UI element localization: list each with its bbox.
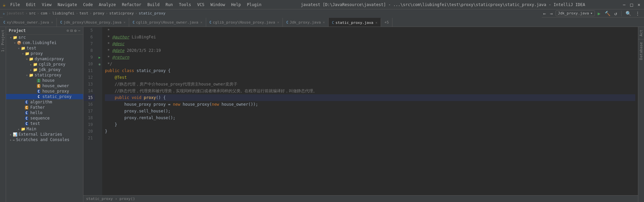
folder-icon: 📁 (33, 62, 38, 67)
code-content[interactable]: * * @author LiuBingFei * @desc * @date 2… (102, 27, 638, 195)
line-num-7: 7 (83, 40, 95, 47)
rerun-button[interactable]: ↺ (613, 10, 618, 17)
gutter-19[interactable] (97, 88, 102, 94)
tree-item-static-proxy[interactable]: C static_proxy (6, 94, 83, 99)
tree-item-proxy[interactable]: ▾ 📁 proxy (6, 51, 83, 56)
close-button[interactable]: × (637, 2, 641, 7)
java-class-icon: C (25, 116, 28, 120)
line-num-10: 10 (83, 61, 95, 67)
sidebar-minimize-button[interactable]: − (78, 28, 80, 33)
sidebar-settings-button[interactable]: ⚙ (74, 28, 77, 33)
tree-item-staticproxy[interactable]: ▾ 📁 staticproxy (6, 72, 83, 78)
breadcrumb-test[interactable]: test (79, 11, 88, 15)
tree-item-dynamicproxy[interactable]: ▾ 📁 dynamicproxy (6, 56, 83, 62)
menu-run[interactable]: Run (163, 2, 176, 8)
menu-refactor[interactable]: Refactor (119, 2, 144, 8)
breadcrumb-com[interactable]: com (41, 11, 47, 15)
tree-item-father[interactable]: C Father (6, 105, 83, 110)
more-button[interactable]: ⋮ (634, 10, 641, 17)
tree-item-main[interactable]: ▸ 📁 Main (6, 126, 83, 132)
sidebar-locate-button[interactable]: ⊙ (67, 28, 69, 33)
menu-window[interactable]: Window (208, 2, 228, 8)
tab-house-owner[interactable]: C xy\House_owner.java × (0, 18, 57, 27)
menu-tools[interactable]: Tools (176, 2, 194, 8)
tree-item-external-libs[interactable]: ▸ 📊 External Libraries (6, 132, 83, 137)
breadcrumb-static-proxy[interactable]: static_proxy (139, 11, 165, 15)
code-editor[interactable]: 5 6 7 8 9 10 11 12 13 14 15 16 17 18 19 … (83, 27, 638, 195)
tree-label: com.liubingfei (23, 40, 56, 45)
tree-arrow-icon: ▸ (9, 133, 13, 136)
menu-help[interactable]: Help (228, 2, 243, 8)
tree-item-test[interactable]: ▾ 📁 test (6, 45, 83, 51)
tab-close-icon[interactable]: × (375, 21, 377, 25)
nav-back-button[interactable]: ← (542, 10, 547, 17)
tab-jdk-proxy-house[interactable]: C jdk_proxy\House_proxy.java × (57, 18, 129, 27)
menu-plugin[interactable]: Plugin (244, 2, 264, 8)
tab-cglib-house-proxy[interactable]: C cglib_proxy\House_proxy.java × (206, 18, 283, 27)
gutter-15[interactable]: ▶ (97, 54, 102, 61)
run-config-dropdown[interactable]: Jdk_proxy.java ▾ (556, 10, 595, 16)
tab-more-label: +5 (384, 20, 389, 25)
tree-item-hello[interactable]: C hello (6, 110, 83, 115)
breadcrumb-src[interactable]: src (29, 11, 36, 15)
tab-close-icon[interactable]: × (277, 21, 279, 24)
tree-item-house-owner[interactable]: C house_owner (6, 83, 83, 89)
menu-file[interactable]: File (7, 2, 23, 8)
tree-item-cglib-proxy[interactable]: ▸ 📁 cglib_proxy (6, 62, 83, 67)
breadcrumb-javatest[interactable]: ☕ (3, 11, 5, 15)
tree-item-algorithm[interactable]: C algorithm (6, 99, 83, 105)
gutter-17[interactable] (97, 74, 102, 81)
menu-analyze[interactable]: Analyze (96, 2, 119, 8)
tree-item-com-liubingfei[interactable]: ▾ 📦 com.liubingfei (6, 40, 83, 45)
maximize-button[interactable]: □ (629, 2, 634, 7)
tab-jdk-proxy[interactable]: C Jdk_proxy.java × (283, 18, 329, 27)
database-panel-tab[interactable]: Database (638, 39, 644, 63)
menu-build[interactable]: Build (145, 2, 162, 8)
menu-navigate[interactable]: Navigate (55, 2, 80, 8)
nav-forward-button[interactable]: → (548, 10, 554, 17)
tree-item-scratches[interactable]: ▸ ✏️ Scratches and Consoles (6, 137, 83, 142)
tree-item-sequence[interactable]: C sequence (6, 115, 83, 121)
tab-close-icon[interactable]: × (200, 21, 202, 24)
search-button[interactable]: 🔍 (624, 10, 633, 17)
folder-icon: 📁 (33, 68, 38, 72)
folder-icon: 📁 (13, 35, 17, 40)
run-button[interactable]: ▶ (596, 10, 602, 17)
tab-more[interactable]: +5 (381, 18, 392, 27)
tree-item-jdk-proxy[interactable]: ▸ 📁 jdk_proxy (6, 67, 83, 72)
minimize-button[interactable]: − (622, 2, 627, 7)
tree-item-test-class[interactable]: C test (6, 121, 83, 126)
gutter-15b[interactable]: ◉ (97, 61, 102, 67)
gutter-20[interactable] (97, 94, 102, 101)
gutter-16[interactable] (97, 67, 102, 74)
gutter-12[interactable] (97, 34, 102, 40)
breadcrumb-liubingfei[interactable]: liubingfei (52, 11, 74, 15)
tree-item-house-proxy[interactable]: C house_proxy (6, 89, 83, 94)
title-bar-left: ☕ File Edit View Navigate Code Analyze R… (3, 2, 264, 8)
gutter-14[interactable] (97, 47, 102, 54)
tree-item-house[interactable]: I house (6, 78, 83, 83)
act-panel-tab[interactable]: Act (638, 27, 644, 39)
build-button[interactable]: 🔨 (603, 10, 612, 17)
gutter-21[interactable] (97, 101, 102, 108)
line-num-11: 11 (83, 67, 95, 74)
menu-edit[interactable]: Edit (23, 2, 38, 8)
tree-item-src[interactable]: ▾ 📁 src (6, 35, 83, 40)
tab-close-icon[interactable]: × (123, 21, 125, 24)
gutter-13[interactable] (97, 40, 102, 47)
tab-cglib-house-owner[interactable]: C cglib_proxy\House_owner.java × (129, 18, 206, 27)
tab-close-icon[interactable]: × (323, 21, 325, 24)
tab-static-proxy[interactable]: C static_proxy.java × (329, 18, 381, 27)
gutter-11[interactable] (97, 27, 102, 34)
breadcrumb-staticproxy[interactable]: staticproxy (109, 11, 134, 15)
menu-view[interactable]: View (39, 2, 54, 8)
folder-icon: 📁 (29, 57, 34, 61)
code-editor-area: 5 6 7 8 9 10 11 12 13 14 15 16 17 18 19 … (83, 27, 638, 202)
breadcrumb-proxy[interactable]: proxy (93, 11, 104, 15)
menu-vcs[interactable]: VCS (194, 2, 207, 8)
project-panel-tab[interactable]: 1: Project (0, 27, 6, 55)
gutter-18[interactable] (97, 81, 102, 88)
menu-code[interactable]: Code (80, 2, 96, 8)
sidebar-collapse-button[interactable]: ⊟ (70, 28, 73, 33)
tab-close-icon[interactable]: × (51, 21, 53, 24)
